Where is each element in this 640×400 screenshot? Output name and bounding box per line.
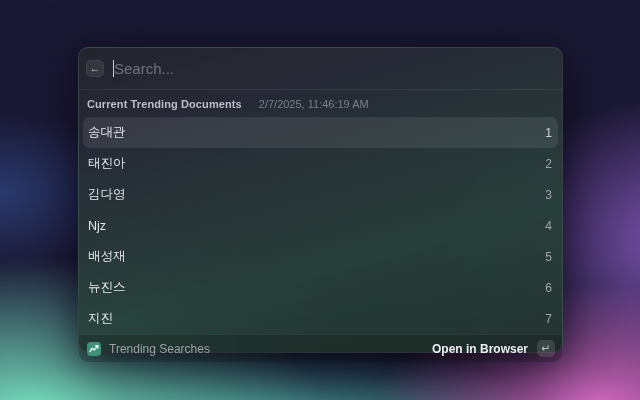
result-label: 지진	[88, 310, 113, 327]
result-label: Njz	[88, 219, 106, 233]
open-in-browser-button[interactable]: Open in Browser	[432, 342, 528, 356]
result-rank: 5	[545, 250, 552, 264]
result-row[interactable]: 배성재 5	[83, 241, 558, 272]
enter-key-icon: ↵	[541, 343, 550, 354]
result-row[interactable]: Njz 4	[83, 210, 558, 241]
results-list: 송대관 1 태진아 2 김다영 3 Njz 4 배성재 5 뉴진스 6 지진 7	[79, 115, 562, 334]
section-timestamp: 2/7/2025, 11:46:19 AM	[259, 98, 369, 110]
result-label: 배성재	[88, 248, 126, 265]
search-input-wrap	[113, 59, 550, 79]
result-label: 김다영	[88, 186, 126, 203]
search-bar: ←	[79, 48, 562, 90]
enter-key-hint[interactable]: ↵	[537, 340, 555, 357]
result-row[interactable]: 송대관 1	[83, 117, 558, 148]
result-row[interactable]: 뉴진스 6	[83, 272, 558, 303]
result-rank: 4	[545, 219, 552, 233]
back-icon: ←	[90, 63, 101, 74]
result-row[interactable]: 지진 7	[83, 303, 558, 334]
result-rank: 3	[545, 188, 552, 202]
result-rank: 6	[545, 281, 552, 295]
result-label: 뉴진스	[88, 279, 126, 296]
result-rank: 2	[545, 157, 552, 171]
launcher-window: ← Current Trending Documents 2/7/2025, 1…	[78, 47, 563, 353]
search-input[interactable]	[114, 59, 551, 79]
result-rank: 7	[545, 312, 552, 326]
back-button[interactable]: ←	[86, 60, 104, 77]
section-header: Current Trending Documents 2/7/2025, 11:…	[79, 90, 562, 115]
source-label: Trending Searches	[109, 342, 210, 356]
result-label: 태진아	[88, 155, 126, 172]
section-title: Current Trending Documents	[87, 98, 242, 110]
footer-bar: Trending Searches Open in Browser ↵	[79, 334, 562, 362]
result-rank: 1	[545, 126, 552, 140]
trending-chart-icon	[87, 342, 101, 356]
result-row[interactable]: 김다영 3	[83, 179, 558, 210]
result-label: 송대관	[88, 124, 126, 141]
text-cursor	[113, 60, 114, 77]
result-row[interactable]: 태진아 2	[83, 148, 558, 179]
